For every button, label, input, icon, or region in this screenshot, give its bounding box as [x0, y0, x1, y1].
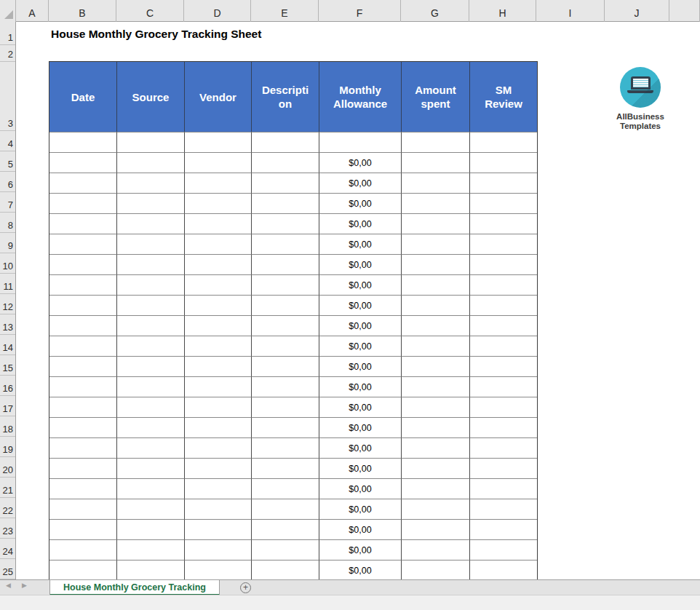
table-cell[interactable]: [185, 336, 252, 356]
table-cell[interactable]: [252, 213, 319, 234]
table-cell[interactable]: [402, 499, 470, 519]
table-cell[interactable]: $0,00: [319, 437, 402, 458]
table-cell[interactable]: [49, 499, 117, 519]
tab-scroll-left-icon[interactable]: ◀: [6, 582, 11, 589]
table-header-cell[interactable]: Date: [49, 62, 117, 132]
table-cell[interactable]: [402, 274, 470, 295]
table-cell[interactable]: [49, 539, 117, 560]
table-cell[interactable]: [49, 173, 117, 193]
table-cell[interactable]: [402, 152, 470, 173]
table-cell[interactable]: [402, 519, 470, 539]
table-cell[interactable]: [470, 213, 537, 234]
row-header-21[interactable]: 21: [0, 478, 15, 498]
table-cell[interactable]: [402, 295, 470, 315]
table-cell[interactable]: [185, 173, 252, 193]
table-cell[interactable]: $0,00: [319, 560, 402, 580]
table-cell[interactable]: [252, 397, 319, 417]
table-cell[interactable]: [49, 193, 117, 213]
table-cell[interactable]: [252, 173, 319, 193]
table-cell[interactable]: [470, 437, 537, 458]
table-cell[interactable]: [470, 274, 537, 295]
table-cell[interactable]: [470, 173, 537, 193]
row-header-5[interactable]: 5: [0, 151, 15, 172]
table-cell[interactable]: $0,00: [319, 234, 402, 254]
table-cell[interactable]: [252, 499, 319, 519]
table-cell[interactable]: [185, 132, 252, 152]
table-header-cell[interactable]: Amount spent: [402, 62, 470, 132]
row-header-4[interactable]: 4: [0, 131, 15, 151]
table-cell[interactable]: [117, 478, 185, 499]
table-cell[interactable]: $0,00: [319, 274, 402, 295]
table-cell[interactable]: [185, 376, 252, 397]
table-cell[interactable]: $0,00: [319, 152, 402, 173]
table-cell[interactable]: [402, 213, 470, 234]
table-cell[interactable]: $0,00: [319, 458, 402, 478]
table-cell[interactable]: [470, 519, 537, 539]
table-cell[interactable]: [49, 254, 117, 274]
table-cell[interactable]: [252, 356, 319, 376]
table-cell[interactable]: $0,00: [319, 213, 402, 234]
table-cell[interactable]: [185, 397, 252, 417]
table-cell[interactable]: [402, 376, 470, 397]
table-cell[interactable]: [402, 417, 470, 437]
table-cell[interactable]: [49, 519, 117, 539]
table-cell[interactable]: [185, 560, 252, 580]
row-header-24[interactable]: 24: [0, 539, 15, 559]
row-header-3[interactable]: 3: [0, 62, 15, 131]
table-cell[interactable]: $0,00: [319, 315, 402, 336]
table-cell[interactable]: [117, 213, 185, 234]
row-header-25[interactable]: 25: [0, 559, 15, 579]
table-cell[interactable]: $0,00: [319, 193, 402, 213]
table-cell[interactable]: [117, 499, 185, 519]
table-cell[interactable]: $0,00: [319, 295, 402, 315]
table-cell[interactable]: [117, 519, 185, 539]
table-cell[interactable]: [117, 152, 185, 173]
table-cell[interactable]: [185, 499, 252, 519]
add-sheet-button[interactable]: +: [240, 582, 251, 593]
table-cell[interactable]: [470, 458, 537, 478]
row-header-13[interactable]: 13: [0, 314, 15, 335]
table-cell[interactable]: $0,00: [319, 376, 402, 397]
table-cell[interactable]: $0,00: [319, 397, 402, 417]
table-cell[interactable]: [252, 478, 319, 499]
table-cell[interactable]: [470, 539, 537, 560]
column-header-G[interactable]: G: [401, 0, 469, 22]
row-header-18[interactable]: 18: [0, 416, 15, 437]
table-cell[interactable]: [185, 539, 252, 560]
row-header-11[interactable]: 11: [0, 274, 15, 294]
table-cell[interactable]: [470, 376, 537, 397]
table-cell[interactable]: [470, 234, 537, 254]
table-cell[interactable]: [252, 152, 319, 173]
column-header-A[interactable]: A: [16, 0, 49, 22]
table-header-cell[interactable]: Monthly Allowance: [319, 62, 402, 132]
column-header-partial[interactable]: [669, 0, 700, 22]
table-cell[interactable]: [117, 274, 185, 295]
table-cell[interactable]: [252, 336, 319, 356]
table-cell[interactable]: $0,00: [319, 173, 402, 193]
column-header-E[interactable]: E: [251, 0, 319, 22]
table-cell[interactable]: [185, 437, 252, 458]
row-header-12[interactable]: 12: [0, 294, 15, 314]
table-cell[interactable]: [49, 560, 117, 580]
row-header-1[interactable]: 1: [0, 22, 15, 45]
row-header-6[interactable]: 6: [0, 172, 15, 192]
table-cell[interactable]: [49, 295, 117, 315]
table-cell[interactable]: [402, 356, 470, 376]
column-header-H[interactable]: H: [469, 0, 536, 22]
table-cell[interactable]: [117, 560, 185, 580]
table-cell[interactable]: [402, 437, 470, 458]
table-cell[interactable]: [252, 519, 319, 539]
table-cell[interactable]: [49, 478, 117, 499]
table-cell[interactable]: [252, 315, 319, 336]
table-cell[interactable]: [117, 295, 185, 315]
table-cell[interactable]: [185, 193, 252, 213]
table-cell[interactable]: [117, 173, 185, 193]
row-header-14[interactable]: 14: [0, 335, 15, 355]
table-header-cell[interactable]: Source: [117, 62, 185, 132]
row-header-8[interactable]: 8: [0, 213, 15, 233]
table-cell[interactable]: [252, 458, 319, 478]
table-cell[interactable]: [117, 437, 185, 458]
table-cell[interactable]: [49, 376, 117, 397]
table-cell[interactable]: [117, 132, 185, 152]
table-cell[interactable]: [185, 315, 252, 336]
